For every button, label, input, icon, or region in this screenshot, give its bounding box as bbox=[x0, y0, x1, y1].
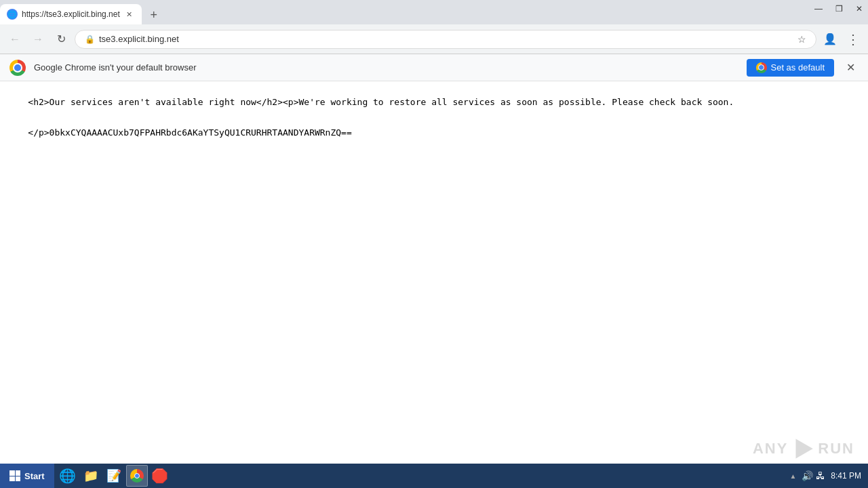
watermark-text: ANY bbox=[753, 440, 788, 458]
folder-icon: 📁 bbox=[83, 468, 98, 483]
sys-icons: 🔊 🖧 bbox=[802, 470, 825, 481]
new-tab-button[interactable]: + bbox=[144, 5, 163, 24]
bookmark-icon[interactable]: ☆ bbox=[797, 34, 806, 45]
forward-button[interactable]: → bbox=[28, 30, 47, 49]
notification-message: Google Chrome isn't your default browser bbox=[34, 62, 740, 73]
tab-close-button[interactable]: ✕ bbox=[124, 9, 135, 20]
title-bar: 🌐 https://tse3.explicit.bing.net ✕ + — ❒… bbox=[0, 0, 868, 24]
window-controls: — ❒ ✕ bbox=[810, 0, 868, 24]
page-line1: <h2>Our services aren't available right … bbox=[28, 97, 734, 107]
address-input[interactable]: 🔒 tse3.explicit.bing.net ☆ bbox=[75, 30, 816, 49]
taskbar-items: 🌐 📁 📝 🛑 bbox=[54, 465, 174, 487]
windows-logo-icon bbox=[9, 470, 20, 481]
lock-icon: 🔒 bbox=[85, 35, 95, 44]
set-default-button[interactable]: Set as default bbox=[747, 59, 835, 77]
profile-button[interactable]: 👤 bbox=[821, 30, 840, 49]
taskbar: Start 🌐 📁 📝 🛑 ▲ 🔊 🖧 8:41 PM bbox=[0, 464, 868, 488]
taskbar-chrome[interactable] bbox=[126, 465, 148, 487]
notification-bar: Google Chrome isn't your default browser… bbox=[0, 54, 868, 81]
chrome-logo-icon bbox=[8, 58, 27, 77]
volume-icon[interactable]: 🔊 bbox=[802, 470, 813, 481]
notification-close-button[interactable]: ✕ bbox=[841, 58, 860, 77]
system-tray: ▲ 🔊 🖧 8:41 PM bbox=[783, 470, 868, 481]
browser-window: 🌐 https://tse3.explicit.bing.net ✕ + — ❒… bbox=[0, 0, 868, 488]
chrome-logo bbox=[9, 60, 26, 76]
start-button[interactable]: Start bbox=[0, 464, 54, 488]
set-default-label: Set as default bbox=[771, 62, 825, 73]
taskbar-notepad[interactable]: 📝 bbox=[103, 465, 125, 487]
tab-bar: 🌐 https://tse3.explicit.bing.net ✕ + bbox=[0, 0, 810, 24]
address-bar: ← → ↻ 🔒 tse3.explicit.bing.net ☆ 👤 ⋮ bbox=[0, 24, 868, 54]
clock: 8:41 PM bbox=[831, 471, 861, 481]
restore-button[interactable]: ❒ bbox=[830, 0, 848, 18]
active-tab[interactable]: 🌐 https://tse3.explicit.bing.net ✕ bbox=[0, 4, 142, 24]
page-line2: </p>0bkxCYQAAAACUxb7QFPAHRbdc6AKaYTSyQU1… bbox=[28, 127, 351, 138]
taskbar-explorer[interactable]: 📁 bbox=[80, 465, 102, 487]
ie-icon: 🌐 bbox=[59, 468, 76, 484]
taskbar-error[interactable]: 🛑 bbox=[149, 465, 171, 487]
time-display: 8:41 PM bbox=[831, 471, 861, 481]
page-content: <h2>Our services aren't available right … bbox=[0, 81, 868, 488]
watermark: ANY RUN bbox=[753, 436, 854, 461]
chrome-taskbar-icon bbox=[130, 469, 144, 483]
watermark-play-icon bbox=[791, 436, 815, 461]
reload-button[interactable]: ↻ bbox=[52, 30, 71, 49]
tab-title: https://tse3.explicit.bing.net bbox=[22, 9, 120, 19]
taskbar-ie[interactable]: 🌐 bbox=[57, 465, 79, 487]
minimize-button[interactable]: — bbox=[810, 0, 827, 18]
back-button[interactable]: ← bbox=[5, 30, 24, 49]
url-display: tse3.explicit.bing.net bbox=[99, 34, 793, 44]
start-label: Start bbox=[24, 471, 45, 481]
menu-button[interactable]: ⋮ bbox=[844, 30, 863, 49]
chrome-center bbox=[134, 473, 140, 479]
notif-chrome-icon bbox=[756, 62, 767, 73]
watermark-run: RUN bbox=[818, 440, 854, 458]
tray-expand-icon[interactable]: ▲ bbox=[789, 472, 796, 480]
notepad-icon: 📝 bbox=[106, 468, 121, 483]
error-icon: 🛑 bbox=[151, 468, 168, 484]
network-icon[interactable]: 🖧 bbox=[816, 470, 825, 481]
tab-favicon: 🌐 bbox=[7, 9, 18, 20]
close-button[interactable]: ✕ bbox=[850, 0, 868, 18]
